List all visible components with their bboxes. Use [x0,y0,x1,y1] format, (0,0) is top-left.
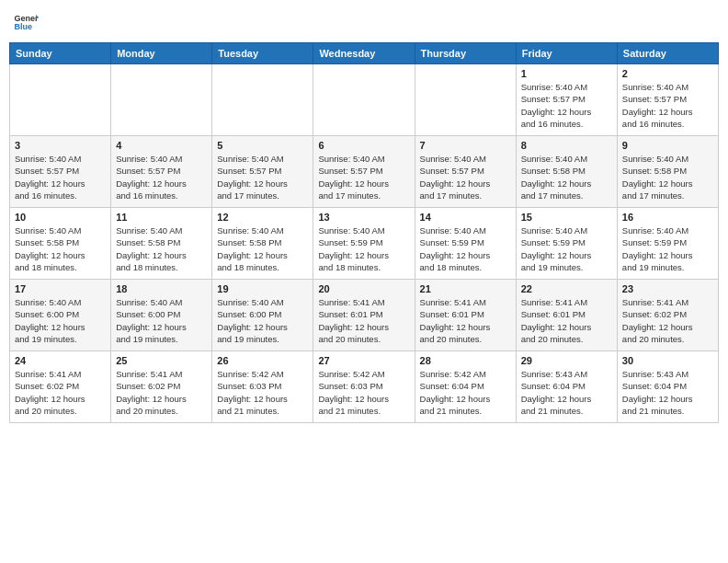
weekday-sunday: Sunday [10,43,111,64]
day-number: 27 [318,355,409,366]
calendar-cell: 29Sunrise: 5:43 AM Sunset: 6:04 PM Dayli… [516,351,617,423]
day-info: Sunrise: 5:40 AM Sunset: 5:59 PM Dayligh… [521,224,612,273]
logo-icon: General Blue [13,9,39,35]
day-info: Sunrise: 5:40 AM Sunset: 6:00 PM Dayligh… [116,296,207,345]
day-number: 26 [217,355,308,366]
svg-text:Blue: Blue [14,22,32,31]
calendar-cell [313,64,415,136]
day-info: Sunrise: 5:40 AM Sunset: 5:57 PM Dayligh… [217,153,308,201]
day-number: 23 [622,283,713,294]
calendar-cell: 26Sunrise: 5:42 AM Sunset: 6:03 PM Dayli… [212,351,313,423]
day-number: 12 [217,212,308,223]
day-info: Sunrise: 5:40 AM Sunset: 5:57 PM Dayligh… [116,153,207,201]
calendar-cell: 12Sunrise: 5:40 AM Sunset: 5:58 PM Dayli… [212,208,313,280]
day-number: 2 [622,68,713,79]
day-number: 18 [116,283,207,294]
calendar-cell: 17Sunrise: 5:40 AM Sunset: 6:00 PM Dayli… [10,280,111,351]
day-info: Sunrise: 5:40 AM Sunset: 6:00 PM Dayligh… [15,296,106,345]
week-row-4: 24Sunrise: 5:41 AM Sunset: 6:02 PM Dayli… [10,351,719,423]
calendar-cell [111,64,212,136]
weekday-wednesday: Wednesday [313,43,415,64]
day-number: 6 [318,140,409,151]
calendar-cell: 1Sunrise: 5:40 AM Sunset: 5:57 PM Daylig… [516,64,617,136]
calendar-cell: 24Sunrise: 5:41 AM Sunset: 6:02 PM Dayli… [10,351,111,423]
calendar-cell: 3Sunrise: 5:40 AM Sunset: 5:57 PM Daylig… [10,136,111,208]
calendar-cell: 28Sunrise: 5:42 AM Sunset: 6:04 PM Dayli… [415,351,516,423]
day-number: 22 [521,283,612,294]
weekday-monday: Monday [111,43,212,64]
calendar-cell [415,64,516,136]
day-number: 10 [15,212,106,223]
day-info: Sunrise: 5:43 AM Sunset: 6:04 PM Dayligh… [521,368,612,417]
calendar-cell: 14Sunrise: 5:40 AM Sunset: 5:59 PM Dayli… [415,208,516,280]
day-number: 15 [521,212,612,223]
weekday-saturday: Saturday [617,43,718,64]
calendar-cell: 18Sunrise: 5:40 AM Sunset: 6:00 PM Dayli… [111,280,212,351]
day-number: 1 [521,68,612,79]
day-info: Sunrise: 5:41 AM Sunset: 6:02 PM Dayligh… [15,368,106,417]
weekday-friday: Friday [516,43,617,64]
day-number: 14 [420,212,511,223]
calendar-cell: 8Sunrise: 5:40 AM Sunset: 5:58 PM Daylig… [516,136,617,208]
day-number: 25 [116,355,207,366]
day-info: Sunrise: 5:41 AM Sunset: 6:02 PM Dayligh… [116,368,207,417]
calendar-cell: 10Sunrise: 5:40 AM Sunset: 5:58 PM Dayli… [10,208,111,280]
day-info: Sunrise: 5:40 AM Sunset: 5:59 PM Dayligh… [622,224,713,273]
week-row-1: 3Sunrise: 5:40 AM Sunset: 5:57 PM Daylig… [10,136,719,208]
day-info: Sunrise: 5:40 AM Sunset: 5:58 PM Dayligh… [116,224,207,273]
svg-text:General: General [14,14,39,23]
week-row-0: 1Sunrise: 5:40 AM Sunset: 5:57 PM Daylig… [10,64,719,136]
calendar-cell: 13Sunrise: 5:40 AM Sunset: 5:59 PM Dayli… [313,208,415,280]
day-number: 4 [116,140,207,151]
calendar-cell: 22Sunrise: 5:41 AM Sunset: 6:01 PM Dayli… [516,280,617,351]
day-number: 17 [15,283,106,294]
calendar-cell: 19Sunrise: 5:40 AM Sunset: 6:00 PM Dayli… [212,280,313,351]
day-number: 29 [521,355,612,366]
weekday-tuesday: Tuesday [212,43,313,64]
day-number: 20 [318,283,409,294]
day-info: Sunrise: 5:40 AM Sunset: 5:57 PM Dayligh… [420,153,511,201]
day-number: 13 [318,212,409,223]
day-info: Sunrise: 5:40 AM Sunset: 5:58 PM Dayligh… [622,153,713,201]
calendar-cell: 11Sunrise: 5:40 AM Sunset: 5:58 PM Dayli… [111,208,212,280]
calendar-cell: 9Sunrise: 5:40 AM Sunset: 5:58 PM Daylig… [617,136,718,208]
calendar-table: SundayMondayTuesdayWednesdayThursdayFrid… [9,42,719,423]
calendar-cell: 25Sunrise: 5:41 AM Sunset: 6:02 PM Dayli… [111,351,212,423]
logo: General Blue [13,9,39,35]
calendar-cell: 7Sunrise: 5:40 AM Sunset: 5:57 PM Daylig… [415,136,516,208]
calendar-cell [10,64,111,136]
day-number: 11 [116,212,207,223]
day-number: 5 [217,140,308,151]
page-header: General Blue [9,9,719,35]
day-info: Sunrise: 5:43 AM Sunset: 6:04 PM Dayligh… [622,368,713,417]
day-info: Sunrise: 5:41 AM Sunset: 6:02 PM Dayligh… [622,296,713,345]
week-row-3: 17Sunrise: 5:40 AM Sunset: 6:00 PM Dayli… [10,280,719,351]
day-info: Sunrise: 5:40 AM Sunset: 5:57 PM Dayligh… [622,81,713,130]
day-info: Sunrise: 5:41 AM Sunset: 6:01 PM Dayligh… [420,296,511,345]
calendar-cell: 30Sunrise: 5:43 AM Sunset: 6:04 PM Dayli… [617,351,718,423]
day-info: Sunrise: 5:40 AM Sunset: 5:57 PM Dayligh… [318,153,409,201]
day-number: 24 [15,355,106,366]
weekday-header-row: SundayMondayTuesdayWednesdayThursdayFrid… [10,43,719,64]
day-info: Sunrise: 5:40 AM Sunset: 5:57 PM Dayligh… [15,153,106,201]
calendar-cell: 27Sunrise: 5:42 AM Sunset: 6:03 PM Dayli… [313,351,415,423]
calendar-cell: 21Sunrise: 5:41 AM Sunset: 6:01 PM Dayli… [415,280,516,351]
day-info: Sunrise: 5:41 AM Sunset: 6:01 PM Dayligh… [521,296,612,345]
day-info: Sunrise: 5:42 AM Sunset: 6:03 PM Dayligh… [318,368,409,417]
day-info: Sunrise: 5:40 AM Sunset: 5:59 PM Dayligh… [420,224,511,273]
calendar-cell: 5Sunrise: 5:40 AM Sunset: 5:57 PM Daylig… [212,136,313,208]
day-info: Sunrise: 5:40 AM Sunset: 5:57 PM Dayligh… [521,81,612,130]
calendar-cell: 6Sunrise: 5:40 AM Sunset: 5:57 PM Daylig… [313,136,415,208]
day-number: 8 [521,140,612,151]
day-info: Sunrise: 5:40 AM Sunset: 5:58 PM Dayligh… [15,224,106,273]
day-number: 7 [420,140,511,151]
day-number: 19 [217,283,308,294]
day-info: Sunrise: 5:41 AM Sunset: 6:01 PM Dayligh… [318,296,409,345]
day-number: 16 [622,212,713,223]
calendar-cell: 15Sunrise: 5:40 AM Sunset: 5:59 PM Dayli… [516,208,617,280]
day-number: 21 [420,283,511,294]
calendar-body: 1Sunrise: 5:40 AM Sunset: 5:57 PM Daylig… [10,64,719,423]
calendar-cell: 23Sunrise: 5:41 AM Sunset: 6:02 PM Dayli… [617,280,718,351]
day-number: 28 [420,355,511,366]
day-number: 9 [622,140,713,151]
